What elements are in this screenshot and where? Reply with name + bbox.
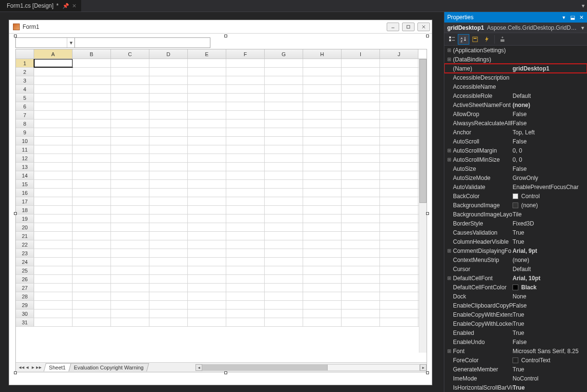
- grid-cell[interactable]: [149, 163, 188, 171]
- grid-cell[interactable]: [111, 68, 149, 76]
- resize-handle[interactable]: [224, 371, 227, 374]
- property-row[interactable]: AutoSizeFalse: [444, 164, 587, 173]
- grid-cell[interactable]: [34, 249, 73, 257]
- sheet-nav-prev[interactable]: ◂: [24, 364, 30, 370]
- grid-cell[interactable]: [149, 309, 188, 318]
- grid-cell[interactable]: [73, 154, 111, 162]
- row-header[interactable]: 29: [16, 301, 34, 309]
- grid-cell[interactable]: [149, 145, 188, 154]
- grid-cell[interactable]: [265, 284, 303, 292]
- resize-handle[interactable]: [426, 371, 429, 374]
- grid-cell[interactable]: [34, 111, 73, 119]
- grid-cell[interactable]: [34, 137, 73, 145]
- grid-cell[interactable]: [188, 197, 226, 205]
- grid-cell[interactable]: [342, 318, 380, 326]
- expand-icon[interactable]: ⊞: [446, 148, 452, 153]
- property-value[interactable]: ControlText: [513, 357, 587, 364]
- grid-cell[interactable]: [380, 171, 418, 179]
- grid-cell[interactable]: [303, 119, 342, 128]
- grid-cell[interactable]: [149, 197, 188, 205]
- grid-cell[interactable]: [380, 275, 418, 283]
- column-header[interactable]: I: [342, 49, 380, 59]
- grid-cell[interactable]: [149, 171, 188, 179]
- minimize-button[interactable]: [387, 23, 399, 31]
- grid-cell[interactable]: [342, 163, 380, 171]
- property-value[interactable]: False: [513, 138, 587, 145]
- grid-cell[interactable]: [380, 292, 418, 300]
- property-row[interactable]: ForeColorControlText: [444, 356, 587, 365]
- grid-cell[interactable]: [111, 249, 149, 257]
- grid-cell[interactable]: [34, 284, 73, 292]
- grid-cell[interactable]: [226, 223, 265, 231]
- column-header[interactable]: F: [226, 49, 265, 59]
- grid-cell[interactable]: [303, 59, 342, 67]
- grid-cell[interactable]: [111, 111, 149, 119]
- grid-cell[interactable]: [149, 206, 188, 214]
- property-row[interactable]: CausesValidationTrue: [444, 228, 587, 237]
- grid-cell[interactable]: [342, 145, 380, 154]
- grid-cell[interactable]: [34, 266, 73, 274]
- property-value[interactable]: True: [513, 238, 587, 245]
- formula-bar[interactable]: [75, 37, 210, 48]
- property-row[interactable]: AccessibleRoleDefault: [444, 91, 587, 100]
- grid-cell[interactable]: [149, 154, 188, 162]
- grid-cell[interactable]: [111, 292, 149, 300]
- row-header[interactable]: 2: [16, 68, 34, 76]
- grid-cell[interactable]: [226, 94, 265, 102]
- property-row[interactable]: AlwasysRecalculateAllFFalse: [444, 119, 587, 128]
- grid-cell[interactable]: [265, 301, 303, 309]
- expand-icon[interactable]: ⊞: [446, 248, 452, 253]
- grid-cell[interactable]: [380, 189, 418, 197]
- grid-cell[interactable]: [226, 171, 265, 179]
- grid-cell[interactable]: [303, 128, 342, 136]
- grid-cell[interactable]: [188, 171, 226, 179]
- grid-cell[interactable]: [149, 223, 188, 231]
- window-position-icon[interactable]: ▾: [561, 14, 567, 20]
- grid-cell[interactable]: [226, 154, 265, 162]
- grid-cell[interactable]: [188, 163, 226, 171]
- grid-cell[interactable]: [73, 94, 111, 102]
- expand-icon[interactable]: ⊞: [446, 48, 452, 53]
- grid-cell[interactable]: [342, 137, 380, 145]
- grid-cell[interactable]: [303, 163, 342, 171]
- row-header[interactable]: 15: [16, 180, 34, 188]
- grid-cell[interactable]: [226, 275, 265, 283]
- grid-cell[interactable]: [380, 68, 418, 76]
- property-row[interactable]: EnableCopyWithLockecTrue: [444, 319, 587, 328]
- property-value[interactable]: 0, 0: [513, 147, 587, 154]
- grid-cell[interactable]: [265, 68, 303, 76]
- property-value[interactable]: False: [513, 166, 587, 172]
- grid-cell[interactable]: [303, 189, 342, 197]
- grid-cell[interactable]: [34, 76, 73, 84]
- grid-cell[interactable]: [188, 111, 226, 119]
- grid-cell[interactable]: [149, 94, 188, 102]
- grid-cell[interactable]: [342, 102, 380, 110]
- row-header[interactable]: 24: [16, 258, 34, 266]
- property-value[interactable]: Tile: [513, 211, 587, 218]
- grid-cell[interactable]: [34, 189, 73, 197]
- grid-cell[interactable]: [303, 145, 342, 154]
- grid-cell[interactable]: [342, 94, 380, 102]
- grid-cell[interactable]: [265, 223, 303, 231]
- grid-cell[interactable]: [188, 249, 226, 257]
- expand-icon[interactable]: ⊞: [446, 57, 452, 62]
- property-value[interactable]: (none): [513, 257, 587, 263]
- grid-cell[interactable]: [111, 284, 149, 292]
- row-header[interactable]: 8: [16, 119, 34, 128]
- property-value[interactable]: (none): [513, 102, 587, 108]
- grid-cell[interactable]: [303, 154, 342, 162]
- grid-cell[interactable]: [265, 249, 303, 257]
- row-header[interactable]: 7: [16, 111, 34, 119]
- property-row[interactable]: ⊞CommentDisplayingFoArial, 9pt: [444, 246, 587, 255]
- grid-cell[interactable]: [226, 145, 265, 154]
- grid-cell[interactable]: [73, 180, 111, 188]
- grid-cell[interactable]: [380, 206, 418, 214]
- grid-cell[interactable]: [34, 292, 73, 300]
- grid-cell[interactable]: [380, 180, 418, 188]
- grid-cell[interactable]: [111, 214, 149, 223]
- grid-cell[interactable]: [342, 223, 380, 231]
- grid-cell[interactable]: [111, 258, 149, 266]
- grid-cell[interactable]: [303, 85, 342, 93]
- property-value[interactable]: False: [513, 339, 587, 345]
- grid-cell[interactable]: [380, 266, 418, 274]
